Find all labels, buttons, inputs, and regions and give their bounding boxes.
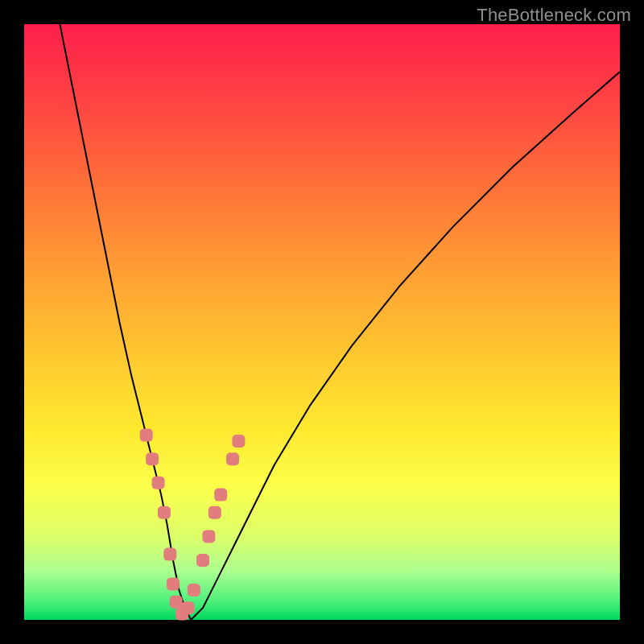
highlight-markers xyxy=(140,429,246,621)
watermark-text: TheBottleneck.com xyxy=(477,5,631,26)
marker-point xyxy=(152,477,165,489)
marker-point xyxy=(202,530,215,543)
marker-point xyxy=(226,452,239,465)
marker-point xyxy=(208,506,221,519)
marker-point xyxy=(170,596,183,609)
marker-point xyxy=(158,506,171,519)
marker-point xyxy=(214,489,227,502)
marker-point xyxy=(188,584,200,597)
marker-point xyxy=(182,601,195,614)
marker-point xyxy=(167,578,180,591)
marker-point xyxy=(140,429,153,442)
marker-point xyxy=(196,554,209,567)
marker-point xyxy=(232,435,245,448)
marker-point xyxy=(163,548,176,561)
chart-frame: TheBottleneck.com xyxy=(0,0,644,644)
curve-svg xyxy=(24,24,620,620)
plot-area xyxy=(24,24,620,620)
marker-point xyxy=(146,452,159,465)
bottleneck-curve xyxy=(60,24,620,620)
